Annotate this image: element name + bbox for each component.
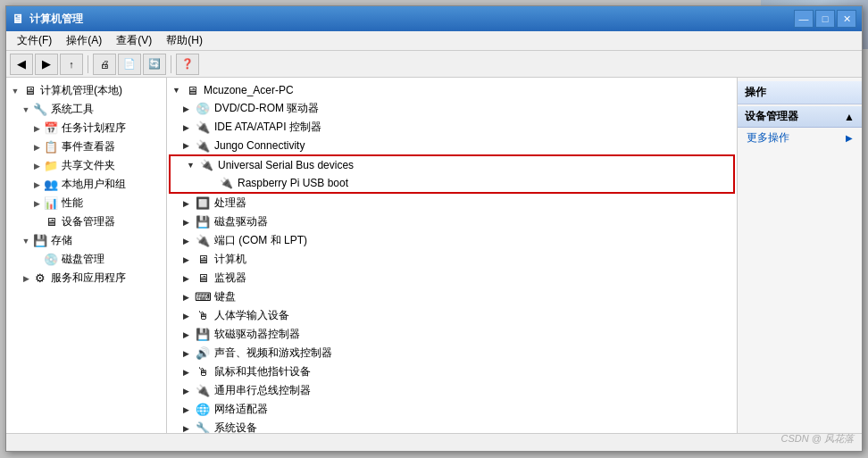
action-more-arrow: ▶ xyxy=(846,133,853,143)
monitor-expand: ▶ xyxy=(183,274,194,283)
mouse-label: 鼠标和其他指针设备 xyxy=(214,364,311,379)
storage-icon: 💾 xyxy=(33,234,47,248)
jungo-icon: 🔌 xyxy=(195,138,211,153)
dvdrom-label: DVD/CD-ROM 驱动器 xyxy=(214,101,319,116)
middle-panel: ▼ 🖥 Mcuzone_Acer-PC ▶ 💿 DVD/CD-ROM 驱动器 ▶… xyxy=(167,78,737,433)
device-sysdev[interactable]: ▶ 🔧 系统设备 xyxy=(167,419,737,433)
devmgr-label: 设备管理器 xyxy=(62,214,115,229)
services-expand: ▶ xyxy=(21,273,31,284)
menu-help[interactable]: 帮助(H) xyxy=(159,31,210,50)
back-button[interactable]: ◀ xyxy=(10,54,33,75)
watermark: CSDN @ 风花落 xyxy=(781,432,854,446)
minimize-button[interactable]: — xyxy=(794,10,814,28)
menu-action[interactable]: 操作(A) xyxy=(59,31,109,50)
device-ide[interactable]: ▶ 🔌 IDE ATA/ATAPI 控制器 xyxy=(167,118,737,137)
sysdev-expand: ▶ xyxy=(183,424,194,433)
forward-button[interactable]: ▶ xyxy=(35,54,58,75)
pc-name: Mcuzone_Acer-PC xyxy=(204,84,294,96)
device-cpu[interactable]: ▶ 🔲 处理器 xyxy=(167,194,737,212)
sysdev-label: 系统设备 xyxy=(214,421,257,433)
left-tree-scheduler[interactable]: ▶ 📅 任务计划程序 xyxy=(6,119,166,137)
sysdev-icon: 🔧 xyxy=(195,421,211,434)
services-icon: ⚙ xyxy=(33,271,47,286)
properties-button[interactable]: 📄 xyxy=(118,54,141,75)
device-port[interactable]: ▶ 🔌 端口 (COM 和 LPT) xyxy=(167,231,737,250)
device-usb[interactable]: ▼ 🔌 Universal Serial Bus devices xyxy=(171,156,733,174)
device-keyboard[interactable]: ▶ ⌨ 键盘 xyxy=(167,287,737,306)
rpi-label: Raspberry Pi USB boot xyxy=(238,177,348,189)
ide-icon: 🔌 xyxy=(195,121,211,135)
device-dvdrom[interactable]: ▶ 💿 DVD/CD-ROM 驱动器 xyxy=(167,99,737,118)
device-hid[interactable]: ▶ 🖱 人体学输入设备 xyxy=(167,306,737,325)
storage-expand: ▼ xyxy=(21,236,31,246)
action-more-label: 更多操作 xyxy=(747,130,789,146)
actions-header: 操作 xyxy=(738,81,862,104)
folder-icon: 📁 xyxy=(44,159,58,173)
help-button[interactable]: ❓ xyxy=(176,54,199,75)
maximize-button[interactable]: □ xyxy=(815,10,835,28)
device-tree-header[interactable]: ▼ 🖥 Mcuzone_Acer-PC xyxy=(167,81,737,99)
left-tree-system-tools[interactable]: ▼ 🔧 系统工具 xyxy=(6,100,166,119)
keyboard-expand: ▶ xyxy=(183,293,194,302)
usbctrl-expand: ▶ xyxy=(183,387,194,396)
shared-label: 共享文件夹 xyxy=(62,158,115,173)
devmgr-expand xyxy=(31,217,42,228)
refresh-button[interactable]: 🔄 xyxy=(143,54,166,75)
event-icon: 📋 xyxy=(44,140,58,154)
left-tree-root[interactable]: ▼ 🖥 计算机管理(本地) xyxy=(6,81,166,100)
menu-view[interactable]: 查看(V) xyxy=(109,31,159,50)
disk2-expand: ▶ xyxy=(183,218,194,227)
rpi-icon: 🔌 xyxy=(218,176,234,190)
left-tree-storage[interactable]: ▼ 💾 存储 xyxy=(6,231,166,250)
device-mouse[interactable]: ▶ 🖱 鼠标和其他指针设备 xyxy=(167,362,737,381)
port-label: 端口 (COM 和 LPT) xyxy=(214,233,307,248)
device-usb-ctrl[interactable]: ▶ 🔌 通用串行总线控制器 xyxy=(167,381,737,400)
device-rpi[interactable]: 🔌 Raspberry Pi USB boot xyxy=(171,174,733,192)
usb-label: Universal Serial Bus devices xyxy=(218,159,354,171)
left-tree-performance[interactable]: ▶ 📊 性能 xyxy=(6,194,166,212)
left-tree-device-manager[interactable]: 🖥 设备管理器 xyxy=(6,212,166,231)
title-bar-left: 🖥 计算机管理 xyxy=(12,12,83,27)
toolbar-separator-1 xyxy=(88,55,88,73)
menu-file[interactable]: 文件(F) xyxy=(10,31,59,50)
right-panel: 操作 设备管理器 ▲ 更多操作 ▶ xyxy=(737,78,862,433)
device-disk[interactable]: ▶ 💾 磁盘驱动器 xyxy=(167,212,737,231)
left-tree-shared-folders[interactable]: ▶ 📁 共享文件夹 xyxy=(6,156,166,175)
menu-bar: 文件(F) 操作(A) 查看(V) 帮助(H) xyxy=(6,31,862,51)
disk-icon: 💿 xyxy=(44,253,58,267)
left-tree-disk-mgmt[interactable]: 💿 磁盘管理 xyxy=(6,250,166,269)
disk-label: 磁盘管理 xyxy=(62,252,104,267)
jungo-expand: ▶ xyxy=(183,141,194,150)
port-icon: 🔌 xyxy=(195,234,211,248)
device-monitor[interactable]: ▶ 🖥 监视器 xyxy=(167,269,737,287)
users-label: 本地用户和组 xyxy=(62,177,126,192)
title-icon: 🖥 xyxy=(12,12,24,26)
floppy-expand: ▶ xyxy=(183,330,194,339)
services-label: 服务和应用程序 xyxy=(51,271,126,286)
computer-dev-icon: 🖥 xyxy=(195,253,211,267)
net-icon: 🌐 xyxy=(195,403,211,417)
floppy-icon: 💾 xyxy=(195,328,211,342)
pc-icon: 🖥 xyxy=(184,83,200,97)
up-button[interactable]: ↑ xyxy=(60,54,83,75)
cpu-expand: ▶ xyxy=(183,199,194,208)
storage-label: 存储 xyxy=(51,233,72,248)
device-sound[interactable]: ▶ 🔊 声音、视频和游戏控制器 xyxy=(167,344,737,362)
hid-expand: ▶ xyxy=(183,312,194,321)
users-icon: 👥 xyxy=(44,178,58,192)
close-button[interactable]: ✕ xyxy=(837,10,856,28)
usbctrl-label: 通用串行总线控制器 xyxy=(214,383,311,398)
monitor-icon: 🖥 xyxy=(195,271,211,286)
print-button[interactable]: 🖨 xyxy=(93,54,116,75)
toolbar: ◀ ▶ ↑ 🖨 📄 🔄 ❓ xyxy=(6,51,862,78)
disk2-label: 磁盘驱动器 xyxy=(214,214,268,229)
computer-label: 计算机 xyxy=(214,252,246,267)
left-tree-local-users[interactable]: ▶ 👥 本地用户和组 xyxy=(6,175,166,194)
device-network[interactable]: ▶ 🌐 网络适配器 xyxy=(167,400,737,419)
device-floppy[interactable]: ▶ 💾 软磁驱动器控制器 xyxy=(167,325,737,344)
device-computer[interactable]: ▶ 🖥 计算机 xyxy=(167,250,737,269)
left-tree-services[interactable]: ▶ ⚙ 服务和应用程序 xyxy=(6,269,166,287)
action-more[interactable]: 更多操作 ▶ xyxy=(738,128,862,148)
left-tree-event-viewer[interactable]: ▶ 📋 事件查看器 xyxy=(6,137,166,156)
device-jungo[interactable]: ▶ 🔌 Jungo Connectivity xyxy=(167,137,737,154)
